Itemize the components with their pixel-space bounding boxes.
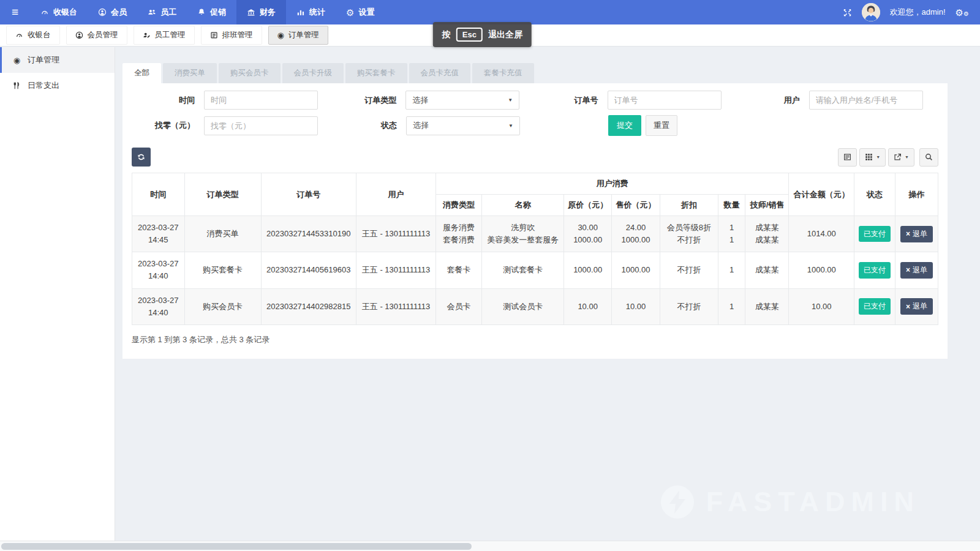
cell-sale-price: 24.00 1000.00 [611, 216, 660, 252]
fullscreen-icon[interactable] [843, 8, 852, 17]
order-panel: 时间 订单类型 选择 ▼ 订单号 用户 [123, 83, 948, 359]
member-icon [75, 31, 83, 39]
table-row[interactable]: 2023-03-27 14:40 购买套餐卡 20230327144056196… [132, 252, 938, 288]
cell-order-type: 购买会员卡 [184, 288, 261, 324]
nav-item-label: 促销 [210, 7, 226, 18]
refund-button[interactable]: ×退单 [900, 262, 933, 279]
col-header-qty[interactable]: 数量 [718, 195, 745, 216]
sidebar-item-label: 日常支出 [28, 80, 59, 91]
export-button[interactable]: ▼ [888, 148, 914, 167]
col-header-order-no[interactable]: 订单号 [261, 173, 356, 216]
refresh-icon [137, 153, 145, 161]
quicktab-label: 收银台 [28, 30, 51, 40]
cell-status: 已支付 [854, 288, 895, 324]
table-row[interactable]: 2023-03-27 14:45 消费买单 202303271445331019… [132, 216, 938, 252]
quicktab-staff-management[interactable]: 员工管理 [134, 26, 195, 45]
col-header-total[interactable]: 合计金额（元） [789, 173, 854, 216]
status-badge: 已支付 [859, 226, 891, 242]
nav-item-members[interactable]: 会员 [88, 0, 137, 24]
status-select[interactable]: 选择 ▼ [406, 116, 520, 135]
quicktab-label: 员工管理 [155, 30, 186, 40]
cell-sale-price: 10.00 [611, 288, 660, 324]
gears-icon[interactable]: ⚙⚙ [956, 8, 969, 17]
nav-item-cashier[interactable]: 收银台 [30, 0, 88, 24]
col-header-time[interactable]: 时间 [132, 173, 185, 216]
cell-order-no: 2023032714453310190 [261, 216, 356, 252]
nav-item-settings[interactable]: ⚙ 设置 [336, 0, 385, 24]
fastadmin-watermark-text: FASTADMIN [706, 486, 920, 518]
cell-consume-type: 套餐卡 [436, 252, 482, 288]
col-header-status[interactable]: 状态 [854, 173, 895, 216]
quicktab-order-management[interactable]: ◉ 订单管理 [268, 26, 328, 45]
quicktab-member-management[interactable]: 会员管理 [66, 26, 127, 45]
cell-status: 已支付 [854, 216, 895, 252]
order-type-select[interactable]: 选择 ▼ [405, 91, 519, 110]
tab-buy-package-card[interactable]: 购买套餐卡 [345, 63, 407, 83]
sidebar-item-daily-expense[interactable]: 日常支出 [0, 73, 115, 99]
cell-order-type: 消费买单 [184, 216, 261, 252]
tab-buy-member-card[interactable]: 购买会员卡 [219, 63, 281, 83]
refund-button[interactable]: ×退单 [900, 298, 933, 315]
cell-action: ×退单 [895, 252, 938, 288]
order-no-input[interactable] [608, 91, 722, 110]
cell-time: 2023-03-27 14:40 [132, 288, 185, 324]
col-header-consume-type[interactable]: 消费类型 [436, 195, 482, 216]
hamburger-icon[interactable]: ≡ [0, 0, 30, 24]
col-header-user[interactable]: 用户 [356, 173, 435, 216]
cell-consume-type: 服务消费 套餐消费 [436, 216, 482, 252]
cell-time: 2023-03-27 14:45 [132, 216, 185, 252]
chevron-down-icon: ▼ [876, 155, 880, 159]
order-no-label: 订单号 [535, 95, 608, 106]
cell-user: 王五 - 13011111113 [356, 252, 435, 288]
esc-key-badge: Esc [456, 28, 483, 42]
welcome-text[interactable]: 欢迎您，admin! [890, 7, 946, 18]
col-header-order-type[interactable]: 订单类型 [184, 173, 261, 216]
nav-item-statistics[interactable]: 统计 [286, 0, 336, 24]
cell-sale-price: 1000.00 [611, 252, 660, 288]
quicktab-cashier[interactable]: 收银台 [6, 26, 60, 45]
close-icon: × [906, 266, 910, 274]
columns-button[interactable]: ▼ [859, 148, 886, 167]
col-header-staff[interactable]: 技师/销售 [745, 195, 789, 216]
change-input[interactable] [204, 116, 318, 135]
change-label: 找零（元） [132, 120, 204, 131]
tab-member-card-recharge[interactable]: 会员卡充值 [409, 63, 471, 83]
cell-staff: 成某某 [745, 288, 789, 324]
tab-member-card-upgrade[interactable]: 会员卡升级 [282, 63, 344, 83]
submit-button[interactable]: 提交 [608, 115, 641, 136]
search-toggle-button[interactable] [919, 148, 938, 167]
user-input[interactable] [809, 91, 923, 110]
cell-discount: 会员等级8折 不打折 [660, 216, 718, 252]
cell-action: ×退单 [895, 288, 938, 324]
nav-item-finance[interactable]: 财务 [236, 0, 286, 24]
reset-button[interactable]: 重置 [646, 115, 677, 136]
col-header-sale-price[interactable]: 售价（元） [611, 195, 660, 216]
cell-order-type: 购买套餐卡 [184, 252, 261, 288]
avatar[interactable] [862, 3, 880, 21]
quicktab-schedule-management[interactable]: 排班管理 [201, 26, 262, 45]
nav-item-promotion[interactable]: 促销 [187, 0, 236, 24]
col-header-discount[interactable]: 折扣 [660, 195, 718, 216]
nav-item-label: 会员 [111, 7, 127, 18]
refund-button[interactable]: ×退单 [900, 226, 933, 242]
horizontal-scrollbar[interactable] [0, 541, 980, 551]
nav-item-label: 收银台 [53, 7, 77, 18]
cell-order-no: 2023032714402982815 [261, 288, 356, 324]
time-input[interactable] [204, 91, 318, 110]
cell-consume-type: 会员卡 [436, 288, 482, 324]
scrollbar-thumb[interactable] [1, 543, 472, 550]
schedule-icon [210, 31, 218, 39]
tab-consume-order[interactable]: 消费买单 [163, 63, 217, 83]
sidebar-item-order-management[interactable]: ◉ 订单管理 [0, 47, 115, 73]
table-row[interactable]: 2023-03-27 14:40 购买会员卡 20230327144029828… [132, 288, 938, 324]
chart-icon [296, 8, 305, 17]
tab-all[interactable]: 全部 [123, 63, 161, 83]
detail-view-button[interactable] [838, 148, 857, 167]
close-icon: × [906, 302, 910, 311]
refresh-button[interactable] [132, 148, 151, 167]
circle-dot-icon: ◉ [277, 31, 284, 39]
nav-item-staff[interactable]: 员工 [137, 0, 187, 24]
col-header-name[interactable]: 名称 [482, 195, 564, 216]
tab-package-card-recharge[interactable]: 套餐卡充值 [472, 63, 534, 83]
col-header-original-price[interactable]: 原价（元） [564, 195, 612, 216]
